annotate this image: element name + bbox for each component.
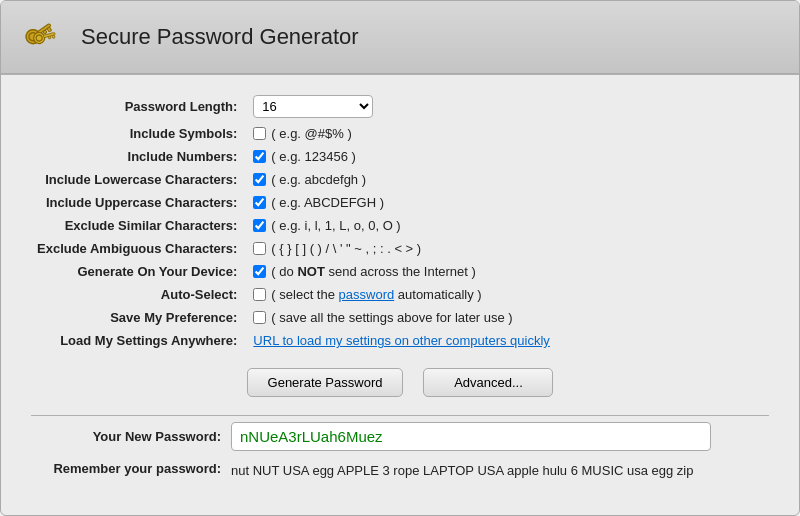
exclude-similar-row: Exclude Similar Characters: ( e.g. i, l,…	[31, 214, 769, 237]
settings-table: Password Length: 89101112131415161718192…	[31, 91, 769, 352]
include-numbers-label: Include Numbers:	[31, 145, 247, 168]
exclude-similar-label: Exclude Similar Characters:	[31, 214, 247, 237]
exclude-similar-checkbox[interactable]	[253, 219, 266, 232]
include-uppercase-hint: ( e.g. ABCDEFGH )	[271, 195, 384, 210]
header: Secure Password Generator	[1, 1, 799, 74]
include-numbers-checkbox[interactable]	[253, 150, 266, 163]
generate-on-device-hint: ( do NOT send across the Internet )	[271, 264, 476, 279]
password-length-row: Password Length: 89101112131415161718192…	[31, 91, 769, 122]
button-row: Generate Password Advanced...	[31, 368, 769, 397]
include-numbers-row: Include Numbers: ( e.g. 123456 )	[31, 145, 769, 168]
new-password-label: Your New Password:	[31, 429, 231, 444]
include-uppercase-row: Include Uppercase Characters: ( e.g. ABC…	[31, 191, 769, 214]
content-area: Password Length: 89101112131415161718192…	[1, 75, 799, 505]
mnemonic-text: nut NUT USA egg APPLE 3 rope LAPTOP USA …	[231, 461, 769, 481]
include-symbols-hint: ( e.g. @#$% )	[271, 126, 351, 141]
auto-select-checkbox[interactable]	[253, 288, 266, 301]
exclude-ambiguous-row: Exclude Ambiguous Characters: ( { } [ ] …	[31, 237, 769, 260]
auto-select-row: Auto-Select: ( select the password autom…	[31, 283, 769, 306]
generate-on-device-row: Generate On Your Device: ( do NOT send a…	[31, 260, 769, 283]
advanced-button[interactable]: Advanced...	[423, 368, 553, 397]
password-length-label: Password Length:	[31, 91, 247, 122]
password-section: Your New Password: Remember your passwor…	[31, 422, 769, 481]
password-length-select[interactable]: 891011121314151617181920242832	[253, 95, 373, 118]
exclude-ambiguous-label: Exclude Ambiguous Characters:	[31, 237, 247, 260]
mnemonic-label: Remember your password:	[31, 461, 231, 476]
keys-icon	[21, 15, 65, 59]
load-settings-label: Load My Settings Anywhere:	[31, 329, 247, 352]
save-pref-hint: ( save all the settings above for later …	[271, 310, 512, 325]
auto-select-hint: ( select the password automatically )	[271, 287, 481, 302]
include-symbols-row: Include Symbols: ( e.g. @#$% )	[31, 122, 769, 145]
main-window: Secure Password Generator Password Lengt…	[0, 0, 800, 516]
svg-rect-3	[47, 27, 52, 32]
include-numbers-hint: ( e.g. 123456 )	[271, 149, 356, 164]
include-lowercase-label: Include Lowercase Characters:	[31, 168, 247, 191]
include-uppercase-label: Include Uppercase Characters:	[31, 191, 247, 214]
include-symbols-label: Include Symbols:	[31, 122, 247, 145]
save-pref-row: Save My Preference: ( save all the setti…	[31, 306, 769, 329]
new-password-input[interactable]	[231, 422, 711, 451]
save-pref-label: Save My Preference:	[31, 306, 247, 329]
svg-rect-8	[52, 35, 55, 39]
svg-rect-9	[48, 36, 51, 39]
include-uppercase-checkbox[interactable]	[253, 196, 266, 209]
include-symbols-checkbox[interactable]	[253, 127, 266, 140]
section-divider	[31, 415, 769, 416]
exclude-ambiguous-checkbox[interactable]	[253, 242, 266, 255]
include-lowercase-hint: ( e.g. abcdefgh )	[271, 172, 366, 187]
generate-on-device-label: Generate On Your Device:	[31, 260, 247, 283]
include-lowercase-checkbox[interactable]	[253, 173, 266, 186]
exclude-ambiguous-hint: ( { } [ ] ( ) / \ ' " ~ , ; : . < > )	[271, 241, 421, 256]
load-settings-link[interactable]: URL to load my settings on other compute…	[253, 333, 550, 348]
save-pref-checkbox[interactable]	[253, 311, 266, 324]
mnemonic-row: Remember your password: nut NUT USA egg …	[31, 461, 769, 481]
new-password-row: Your New Password:	[31, 422, 769, 451]
generate-on-device-checkbox[interactable]	[253, 265, 266, 278]
auto-select-label: Auto-Select:	[31, 283, 247, 306]
page-title: Secure Password Generator	[81, 24, 359, 50]
load-settings-row: Load My Settings Anywhere: URL to load m…	[31, 329, 769, 352]
exclude-similar-hint: ( e.g. i, l, 1, L, o, 0, O )	[271, 218, 400, 233]
include-lowercase-row: Include Lowercase Characters: ( e.g. abc…	[31, 168, 769, 191]
generate-password-button[interactable]: Generate Password	[247, 368, 404, 397]
